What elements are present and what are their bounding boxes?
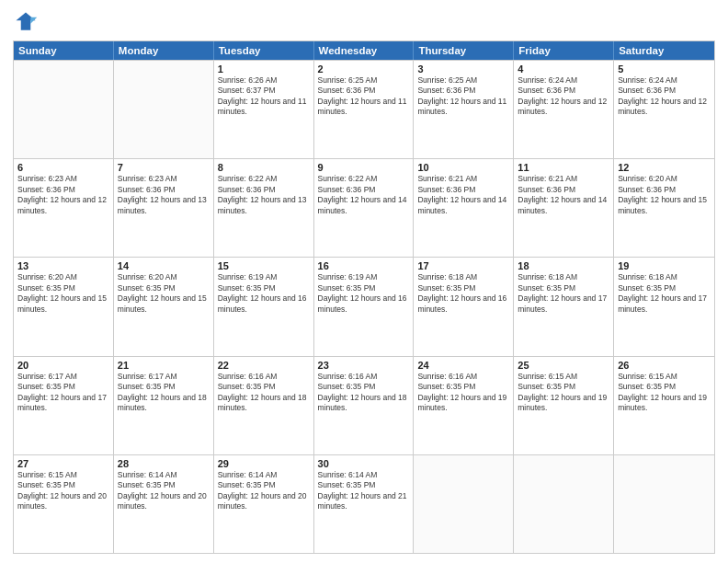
- day-info: Sunrise: 6:21 AM Sunset: 6:36 PM Dayligh…: [417, 174, 509, 216]
- day-cell-empty: [14, 61, 114, 158]
- day-info: Sunrise: 6:15 AM Sunset: 6:35 PM Dayligh…: [618, 372, 711, 414]
- day-cell-28: 28Sunrise: 6:14 AM Sunset: 6:35 PM Dayli…: [114, 455, 214, 553]
- day-info: Sunrise: 6:18 AM Sunset: 6:35 PM Dayligh…: [518, 272, 609, 315]
- logo: [13, 9, 42, 35]
- day-info: Sunrise: 6:20 AM Sunset: 6:35 PM Dayligh…: [118, 272, 210, 315]
- day-cell-empty: [514, 455, 614, 553]
- day-info: Sunrise: 6:23 AM Sunset: 6:36 PM Dayligh…: [118, 174, 210, 216]
- day-info: Sunrise: 6:20 AM Sunset: 6:35 PM Dayligh…: [17, 272, 109, 315]
- day-cell-26: 26Sunrise: 6:15 AM Sunset: 6:35 PM Dayli…: [614, 357, 714, 454]
- day-cell-empty: [114, 61, 214, 158]
- day-info: Sunrise: 6:18 AM Sunset: 6:35 PM Dayligh…: [417, 272, 509, 315]
- day-cell-6: 6Sunrise: 6:23 AM Sunset: 6:36 PM Daylig…: [14, 159, 114, 257]
- day-cell-9: 9Sunrise: 6:22 AM Sunset: 6:36 PM Daylig…: [314, 159, 415, 257]
- day-cell-18: 18Sunrise: 6:18 AM Sunset: 6:35 PM Dayli…: [514, 258, 614, 355]
- day-info: Sunrise: 6:18 AM Sunset: 6:35 PM Dayligh…: [618, 272, 711, 315]
- day-number: 20: [17, 360, 109, 371]
- day-info: Sunrise: 6:15 AM Sunset: 6:35 PM Dayligh…: [518, 372, 609, 414]
- day-info: Sunrise: 6:22 AM Sunset: 6:36 PM Dayligh…: [218, 174, 310, 216]
- day-number: 4: [518, 63, 609, 75]
- day-number: 23: [318, 360, 410, 371]
- day-info: Sunrise: 6:20 AM Sunset: 6:36 PM Dayligh…: [618, 174, 711, 216]
- day-info: Sunrise: 6:16 AM Sunset: 6:35 PM Dayligh…: [318, 372, 410, 414]
- day-cell-23: 23Sunrise: 6:16 AM Sunset: 6:35 PM Dayli…: [314, 357, 415, 454]
- day-info: Sunrise: 6:22 AM Sunset: 6:36 PM Dayligh…: [318, 174, 410, 216]
- day-cell-29: 29Sunrise: 6:14 AM Sunset: 6:35 PM Dayli…: [214, 455, 314, 553]
- day-cell-24: 24Sunrise: 6:16 AM Sunset: 6:35 PM Dayli…: [414, 357, 514, 454]
- day-cell-19: 19Sunrise: 6:18 AM Sunset: 6:35 PM Dayli…: [614, 258, 714, 355]
- day-cell-8: 8Sunrise: 6:22 AM Sunset: 6:36 PM Daylig…: [214, 159, 314, 257]
- calendar-row-0: 1Sunrise: 6:26 AM Sunset: 6:37 PM Daylig…: [14, 60, 714, 158]
- header-cell-friday: Friday: [514, 41, 614, 60]
- day-number: 9: [318, 162, 410, 173]
- day-number: 1: [218, 63, 310, 75]
- day-number: 27: [17, 458, 109, 469]
- calendar-row-2: 13Sunrise: 6:20 AM Sunset: 6:35 PM Dayli…: [14, 257, 714, 355]
- header-cell-wednesday: Wednesday: [314, 41, 415, 60]
- day-number: 14: [118, 260, 210, 271]
- day-number: 6: [17, 162, 109, 173]
- day-cell-15: 15Sunrise: 6:19 AM Sunset: 6:35 PM Dayli…: [214, 258, 314, 355]
- logo-icon: [13, 9, 39, 35]
- calendar-row-3: 20Sunrise: 6:17 AM Sunset: 6:35 PM Dayli…: [14, 356, 714, 454]
- day-cell-30: 30Sunrise: 6:14 AM Sunset: 6:35 PM Dayli…: [314, 455, 415, 553]
- day-info: Sunrise: 6:25 AM Sunset: 6:36 PM Dayligh…: [318, 75, 410, 118]
- day-number: 26: [618, 360, 711, 371]
- day-cell-16: 16Sunrise: 6:19 AM Sunset: 6:35 PM Dayli…: [314, 258, 415, 355]
- day-cell-empty: [414, 455, 514, 553]
- header-cell-monday: Monday: [114, 41, 214, 60]
- header-cell-saturday: Saturday: [614, 41, 714, 60]
- day-number: 13: [17, 260, 109, 271]
- day-number: 19: [618, 260, 711, 271]
- day-cell-22: 22Sunrise: 6:16 AM Sunset: 6:35 PM Dayli…: [214, 357, 314, 454]
- day-number: 28: [118, 458, 210, 469]
- day-cell-27: 27Sunrise: 6:15 AM Sunset: 6:35 PM Dayli…: [14, 455, 114, 553]
- day-info: Sunrise: 6:14 AM Sunset: 6:35 PM Dayligh…: [218, 470, 310, 512]
- calendar-row-4: 27Sunrise: 6:15 AM Sunset: 6:35 PM Dayli…: [14, 454, 714, 553]
- day-cell-12: 12Sunrise: 6:20 AM Sunset: 6:36 PM Dayli…: [614, 159, 714, 257]
- day-cell-empty: [614, 455, 714, 553]
- day-info: Sunrise: 6:14 AM Sunset: 6:35 PM Dayligh…: [118, 470, 210, 512]
- day-number: 11: [518, 162, 609, 173]
- day-cell-4: 4Sunrise: 6:24 AM Sunset: 6:36 PM Daylig…: [514, 61, 614, 158]
- header: [13, 9, 715, 35]
- day-info: Sunrise: 6:24 AM Sunset: 6:36 PM Dayligh…: [518, 75, 609, 118]
- day-cell-17: 17Sunrise: 6:18 AM Sunset: 6:35 PM Dayli…: [414, 258, 514, 355]
- day-number: 15: [218, 260, 310, 271]
- day-number: 21: [118, 360, 210, 371]
- day-number: 29: [218, 458, 310, 469]
- calendar: SundayMondayTuesdayWednesdayThursdayFrid…: [13, 40, 715, 554]
- day-cell-14: 14Sunrise: 6:20 AM Sunset: 6:35 PM Dayli…: [114, 258, 214, 355]
- day-number: 22: [218, 360, 310, 371]
- day-number: 7: [118, 162, 210, 173]
- day-info: Sunrise: 6:26 AM Sunset: 6:37 PM Dayligh…: [218, 75, 310, 118]
- day-number: 25: [518, 360, 609, 371]
- day-number: 24: [417, 360, 509, 371]
- day-info: Sunrise: 6:16 AM Sunset: 6:35 PM Dayligh…: [218, 372, 310, 414]
- day-number: 12: [618, 162, 711, 173]
- page: SundayMondayTuesdayWednesdayThursdayFrid…: [0, 0, 728, 563]
- day-cell-20: 20Sunrise: 6:17 AM Sunset: 6:35 PM Dayli…: [14, 357, 114, 454]
- day-info: Sunrise: 6:17 AM Sunset: 6:35 PM Dayligh…: [17, 372, 109, 414]
- day-cell-25: 25Sunrise: 6:15 AM Sunset: 6:35 PM Dayli…: [514, 357, 614, 454]
- header-cell-sunday: Sunday: [14, 41, 114, 60]
- day-number: 2: [318, 63, 410, 75]
- day-number: 30: [318, 458, 410, 469]
- day-info: Sunrise: 6:14 AM Sunset: 6:35 PM Dayligh…: [318, 470, 410, 512]
- calendar-body: 1Sunrise: 6:26 AM Sunset: 6:37 PM Daylig…: [14, 60, 714, 553]
- day-info: Sunrise: 6:15 AM Sunset: 6:35 PM Dayligh…: [17, 470, 109, 512]
- svg-marker-1: [30, 17, 37, 24]
- day-number: 3: [417, 63, 509, 75]
- day-cell-13: 13Sunrise: 6:20 AM Sunset: 6:35 PM Dayli…: [14, 258, 114, 355]
- calendar-header: SundayMondayTuesdayWednesdayThursdayFrid…: [14, 41, 714, 60]
- day-info: Sunrise: 6:23 AM Sunset: 6:36 PM Dayligh…: [17, 174, 109, 216]
- day-info: Sunrise: 6:25 AM Sunset: 6:36 PM Dayligh…: [417, 75, 509, 118]
- day-number: 18: [518, 260, 609, 271]
- day-info: Sunrise: 6:21 AM Sunset: 6:36 PM Dayligh…: [518, 174, 609, 216]
- day-cell-21: 21Sunrise: 6:17 AM Sunset: 6:35 PM Dayli…: [114, 357, 214, 454]
- header-cell-tuesday: Tuesday: [214, 41, 314, 60]
- day-number: 16: [318, 260, 410, 271]
- day-cell-11: 11Sunrise: 6:21 AM Sunset: 6:36 PM Dayli…: [514, 159, 614, 257]
- day-number: 10: [417, 162, 509, 173]
- day-cell-1: 1Sunrise: 6:26 AM Sunset: 6:37 PM Daylig…: [214, 61, 314, 158]
